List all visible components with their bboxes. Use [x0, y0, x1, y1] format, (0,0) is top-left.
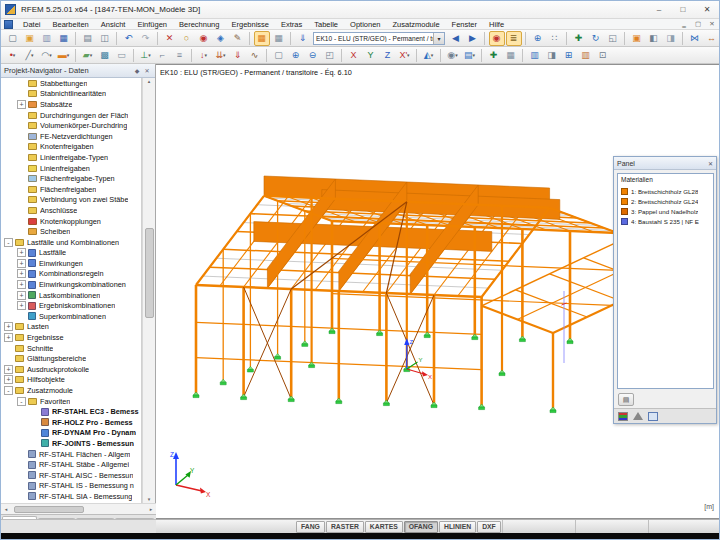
tree-item[interactable]: +Kombinationsregeln	[1, 269, 141, 280]
tree-item[interactable]: Knotenfreigaben	[1, 142, 141, 153]
tree-item[interactable]: Linienfreigabe-Typen	[1, 152, 141, 163]
tree-item[interactable]: FE-Netzverdichtungen	[1, 131, 141, 142]
panel-toggle-icon[interactable]: ◨	[544, 48, 560, 63]
open-project-icon[interactable]: ▣	[22, 31, 38, 46]
zoom-out-icon[interactable]: ⊖	[305, 48, 321, 63]
tree-item[interactable]: RF-DYNAM Pro - Dynam	[1, 428, 141, 439]
tree-expander-icon[interactable]: +	[17, 100, 26, 109]
status-button-dxf[interactable]: DXF	[477, 521, 501, 533]
tree-item[interactable]: RF-STAHL EC3 - Bemess	[1, 406, 141, 417]
tables-toggle-icon[interactable]: ▥	[578, 48, 594, 63]
tree-item[interactable]: +Lasten	[1, 322, 141, 333]
show-load-values-icon[interactable]: ≣	[506, 31, 522, 46]
status-button-kartes[interactable]: KARTES	[365, 521, 403, 533]
tree-item[interactable]: Volumenkörper-Durchdring	[1, 120, 141, 131]
window-layout-icon[interactable]: ⊞	[561, 48, 577, 63]
navigator-vertical-scrollbar[interactable]: ▴▾	[142, 78, 155, 503]
tree-expander-icon[interactable]: +	[4, 333, 13, 342]
next-loadcase-icon[interactable]: ▶	[465, 31, 481, 46]
mirror-object-icon[interactable]: ⋈	[687, 31, 703, 46]
tree-item[interactable]: +Ergebnisse	[1, 332, 141, 343]
tree-expander-icon[interactable]: +	[4, 375, 13, 384]
tree-item[interactable]: Linienfreigaben	[1, 163, 141, 174]
status-button-hlinien[interactable]: HLINIEN	[439, 521, 476, 533]
view-y-icon[interactable]: Y	[363, 48, 379, 63]
undo-icon[interactable]: ↶	[121, 31, 137, 46]
menu-item-ansicht[interactable]: Ansicht	[95, 19, 132, 30]
import-model-icon[interactable]: ▥	[39, 31, 55, 46]
tree-item[interactable]: -Favoriten	[1, 396, 141, 407]
user-views-icon[interactable]: ▤▾	[462, 48, 478, 63]
close-button[interactable]: ✕	[695, 1, 719, 18]
menu-item-zusatzmodule[interactable]: Zusatzmodule	[387, 19, 446, 30]
tree-expander-icon[interactable]: -	[4, 238, 13, 247]
member-load-icon[interactable]: ⇊▾	[213, 48, 229, 63]
navigator-tree[interactable]: StabbettungenStabnichtlinearitäten+Stabs…	[1, 78, 142, 503]
render-transparent-icon[interactable]: ◨	[663, 31, 679, 46]
tree-item[interactable]: Superkombinationen	[1, 311, 141, 322]
mdi-restore-button[interactable]: ▢	[691, 20, 705, 28]
tree-item[interactable]: +Einwirkungen	[1, 258, 141, 269]
color-scale-icon[interactable]	[618, 412, 628, 421]
tree-item[interactable]: +Lastfälle	[1, 248, 141, 259]
loadcase-icon-icon[interactable]: ⇓	[295, 31, 311, 46]
tree-item[interactable]: Scheiben	[1, 226, 141, 237]
menu-item-hilfe[interactable]: Hilfe	[483, 19, 510, 30]
tree-expander-icon[interactable]: -	[4, 386, 13, 395]
save-icon[interactable]: ▦	[56, 31, 72, 46]
insert-member-icon[interactable]: ▬▾	[56, 48, 72, 63]
rigid-link-icon[interactable]: ≡	[172, 48, 188, 63]
chevron-down-icon[interactable]: ▾	[433, 33, 444, 44]
nodal-support-icon[interactable]: ⊥▾	[138, 48, 154, 63]
print-icon[interactable]: ▤	[80, 31, 96, 46]
tree-item[interactable]: RF-STAHL Flächen - Allgem	[1, 449, 141, 460]
view-reverse-icon[interactable]: X'▾	[397, 48, 413, 63]
tree-expander-icon[interactable]: +	[17, 301, 26, 310]
view-z-icon[interactable]: Z	[380, 48, 396, 63]
tree-item[interactable]: Durchdringungen der Fläch	[1, 110, 141, 121]
scrollbar-thumb[interactable]	[14, 506, 84, 513]
tree-item[interactable]: -Zusatzmodule	[1, 385, 141, 396]
move-object-icon[interactable]: ↔	[704, 31, 720, 46]
insert-line-icon[interactable]: ╱▾	[22, 48, 38, 63]
previous-loadcase-icon[interactable]: ◀	[448, 31, 464, 46]
find-object-icon[interactable]: ○	[179, 31, 195, 46]
tree-item[interactable]: +Einwirkungskombinationen	[1, 279, 141, 290]
status-button-ofang[interactable]: OFANG	[404, 521, 438, 533]
menu-item-berechnung[interactable]: Berechnung	[173, 19, 225, 30]
area-load-icon[interactable]: ⇓	[230, 48, 246, 63]
options-grid-icon[interactable]: ⊡	[595, 48, 611, 63]
tree-item[interactable]: Flächenfreigabe-Typen	[1, 173, 141, 184]
snap-nodes-icon[interactable]: ⊕	[530, 31, 546, 46]
tree-item[interactable]: +Hilfsobjekte	[1, 375, 141, 386]
panel-title-bar[interactable]: Panel ✕	[614, 157, 716, 170]
menu-item-optionen[interactable]: Optionen	[344, 19, 386, 30]
insert-node-icon[interactable]: •▾	[5, 48, 21, 63]
tree-item[interactable]: +Lastkombinationen	[1, 290, 141, 301]
zoom-window-icon[interactable]: ◰	[322, 48, 338, 63]
menu-item-bearbeiten[interactable]: Bearbeiten	[47, 19, 95, 30]
close-icon[interactable]: ✕	[142, 67, 152, 74]
factors-icon[interactable]	[648, 412, 658, 421]
tree-item[interactable]: RF-STAHL Stäbe - Allgemei	[1, 459, 141, 470]
scrollbar-thumb[interactable]	[145, 228, 154, 318]
maximize-button[interactable]: □	[671, 1, 695, 18]
mesh-generate-icon[interactable]: ▥	[527, 48, 543, 63]
insert-opening-icon[interactable]: ▭	[114, 48, 130, 63]
tree-item[interactable]: RF-JOINTS - Bemessun	[1, 438, 141, 449]
tree-expander-icon[interactable]: +	[17, 291, 26, 300]
table-window-off-icon[interactable]: ▦	[271, 31, 287, 46]
filter-icon[interactable]	[633, 412, 643, 420]
show-loads-icon[interactable]: ◉	[489, 31, 505, 46]
zoom-region-icon[interactable]: ◱	[605, 31, 621, 46]
tree-expander-icon[interactable]: +	[17, 248, 26, 257]
scroll-left-icon[interactable]: ◂	[1, 506, 11, 512]
scroll-right-icon[interactable]: ▸	[146, 506, 156, 512]
pin-icon[interactable]: ◆	[132, 67, 142, 74]
render-shaded-icon[interactable]: ◧	[646, 31, 662, 46]
tree-item[interactable]: RF-STAHL AISC - Bemessun	[1, 470, 141, 481]
rotate-view-icon[interactable]: ↻	[588, 31, 604, 46]
insert-surface-icon[interactable]: ▰▾	[80, 48, 96, 63]
display-grid-icon[interactable]: ▦	[503, 48, 519, 63]
print-preview-icon[interactable]: ◫	[97, 31, 113, 46]
